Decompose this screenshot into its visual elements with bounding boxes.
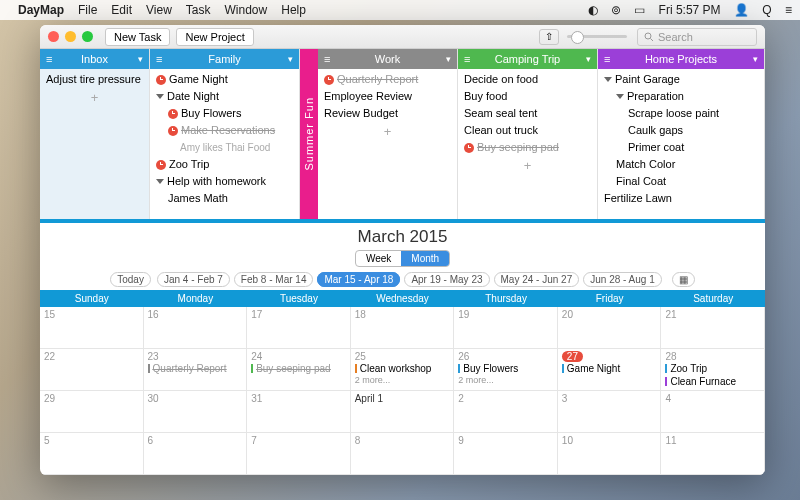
new-project-button[interactable]: New Project <box>176 28 253 46</box>
calendar-cell[interactable]: 18 <box>351 307 455 349</box>
user-icon[interactable]: 👤 <box>734 3 749 17</box>
task-item[interactable]: Seam seal tent <box>458 105 597 122</box>
calendar-cell[interactable]: 7 <box>247 433 351 475</box>
zoom-button[interactable] <box>82 31 93 42</box>
calendar-event[interactable]: Clean workshop <box>355 362 450 375</box>
view-segmented-control[interactable]: Week Month <box>355 250 450 267</box>
calendar-cell[interactable]: 21 <box>661 307 765 349</box>
column-menu-icon[interactable]: ≡ <box>604 53 616 65</box>
task-item[interactable]: Date Night <box>150 88 299 105</box>
calendar-event[interactable]: Buy seeping pad <box>251 362 346 375</box>
calendar-cell[interactable]: 22 <box>40 349 144 391</box>
calendar-cell[interactable]: 6 <box>144 433 248 475</box>
close-button[interactable] <box>48 31 59 42</box>
calendar-cell[interactable]: 4 <box>661 391 765 433</box>
column-menu-icon[interactable]: ≡ <box>156 53 168 65</box>
column-dropdown-icon[interactable]: ▾ <box>131 54 143 64</box>
calendar-event[interactable]: Zoo Trip <box>665 362 760 375</box>
calendar-cell[interactable]: 19 <box>454 307 558 349</box>
column-header[interactable]: ≡Family▾ <box>150 49 299 69</box>
calendar-cell[interactable]: 27Game Night <box>558 349 662 391</box>
view-month[interactable]: Month <box>401 251 449 266</box>
calendar-cell[interactable]: 2 <box>454 391 558 433</box>
menu-edit[interactable]: Edit <box>111 3 132 17</box>
spotlight-icon[interactable]: Q <box>762 3 771 17</box>
task-item[interactable]: Buy food <box>458 88 597 105</box>
calendar-cell[interactable]: 28Zoo TripClean Furnace <box>661 349 765 391</box>
range-button[interactable]: Apr 19 - May 23 <box>404 272 489 287</box>
task-item[interactable]: Make Reservations <box>150 122 299 139</box>
calendar-cell[interactable]: 17 <box>247 307 351 349</box>
calendar-cell[interactable]: 8 <box>351 433 455 475</box>
task-item[interactable]: Decide on food <box>458 71 597 88</box>
disclosure-down-icon[interactable] <box>604 77 612 82</box>
range-button[interactable]: Mar 15 - Apr 18 <box>317 272 400 287</box>
calendar-cell[interactable]: 24Buy seeping pad <box>247 349 351 391</box>
today-button[interactable]: Today <box>110 272 151 287</box>
battery-icon[interactable]: ▭ <box>634 3 645 17</box>
task-item[interactable]: Help with homework <box>150 173 299 190</box>
column-header[interactable]: ≡Work▾ <box>318 49 457 69</box>
calendar-cell[interactable]: 10 <box>558 433 662 475</box>
column-header[interactable]: ≡Camping Trip▾ <box>458 49 597 69</box>
column-menu-icon[interactable]: ≡ <box>46 53 58 65</box>
column-menu-icon[interactable]: ≡ <box>324 53 336 65</box>
view-week[interactable]: Week <box>356 251 401 266</box>
task-item[interactable]: Final Coat <box>598 173 764 190</box>
calendar-cell[interactable]: 20 <box>558 307 662 349</box>
more-events[interactable]: 2 more... <box>355 375 450 385</box>
more-events[interactable]: 2 more... <box>458 375 553 385</box>
share-button[interactable]: ⇧ <box>539 29 559 45</box>
disclosure-down-icon[interactable] <box>616 94 624 99</box>
task-item[interactable]: James Math <box>150 190 299 207</box>
zoom-slider[interactable] <box>567 35 627 38</box>
task-item[interactable]: Scrape loose paint <box>598 105 764 122</box>
task-item[interactable]: Caulk gaps <box>598 122 764 139</box>
add-task-button[interactable]: + <box>458 156 597 175</box>
new-task-button[interactable]: New Task <box>105 28 170 46</box>
range-button[interactable]: Jun 28 - Aug 1 <box>583 272 662 287</box>
calendar-cell[interactable]: 31 <box>247 391 351 433</box>
menu-help[interactable]: Help <box>281 3 306 17</box>
add-task-button[interactable]: + <box>40 88 149 107</box>
range-button[interactable]: Jan 4 - Feb 7 <box>157 272 230 287</box>
menu-view[interactable]: View <box>146 3 172 17</box>
column-dropdown-icon[interactable]: ▾ <box>746 54 758 64</box>
task-item[interactable]: Fertilize Lawn <box>598 190 764 207</box>
calendar-cell[interactable]: 29 <box>40 391 144 433</box>
task-item[interactable]: Buy seeping pad <box>458 139 597 156</box>
minimize-button[interactable] <box>65 31 76 42</box>
task-item[interactable]: Zoo Trip <box>150 156 299 173</box>
task-item[interactable]: Preparation <box>598 88 764 105</box>
calendar-cell[interactable]: 11 <box>661 433 765 475</box>
menu-window[interactable]: Window <box>225 3 268 17</box>
cloud-icon[interactable]: ◐ <box>588 3 598 17</box>
calendar-cell[interactable]: April 1 <box>351 391 455 433</box>
task-item[interactable]: Clean out truck <box>458 122 597 139</box>
calendar-event[interactable]: Game Night <box>562 362 657 375</box>
task-item[interactable]: Primer coat <box>598 139 764 156</box>
disclosure-down-icon[interactable] <box>156 94 164 99</box>
task-item[interactable]: Quarterly Report <box>318 71 457 88</box>
column-dropdown-icon[interactable]: ▾ <box>579 54 591 64</box>
calendar-cell[interactable]: 5 <box>40 433 144 475</box>
add-task-button[interactable]: + <box>318 122 457 141</box>
menu-task[interactable]: Task <box>186 3 211 17</box>
calendar-cell[interactable]: 9 <box>454 433 558 475</box>
column-header[interactable]: ≡Inbox▾ <box>40 49 149 69</box>
calendar-cell[interactable]: 26Buy Flowers2 more... <box>454 349 558 391</box>
calendar-event[interactable]: Buy Flowers <box>458 362 553 375</box>
task-item[interactable]: Amy likes Thai Food <box>150 139 299 156</box>
task-item[interactable]: Adjust tire pressure <box>40 71 149 88</box>
calendar-picker-button[interactable]: ▦ <box>672 272 695 287</box>
column-header[interactable]: ≡Home Projects▾ <box>598 49 764 69</box>
task-item[interactable]: Review Budget <box>318 105 457 122</box>
task-item[interactable]: Buy Flowers <box>150 105 299 122</box>
search-input[interactable]: Search <box>637 28 757 46</box>
calendar-event[interactable]: Clean Furnace <box>665 375 760 388</box>
disclosure-down-icon[interactable] <box>156 179 164 184</box>
app-name[interactable]: DayMap <box>18 3 64 17</box>
calendar-cell[interactable]: 3 <box>558 391 662 433</box>
menu-file[interactable]: File <box>78 3 97 17</box>
calendar-event[interactable]: Quarterly Report <box>148 362 243 375</box>
